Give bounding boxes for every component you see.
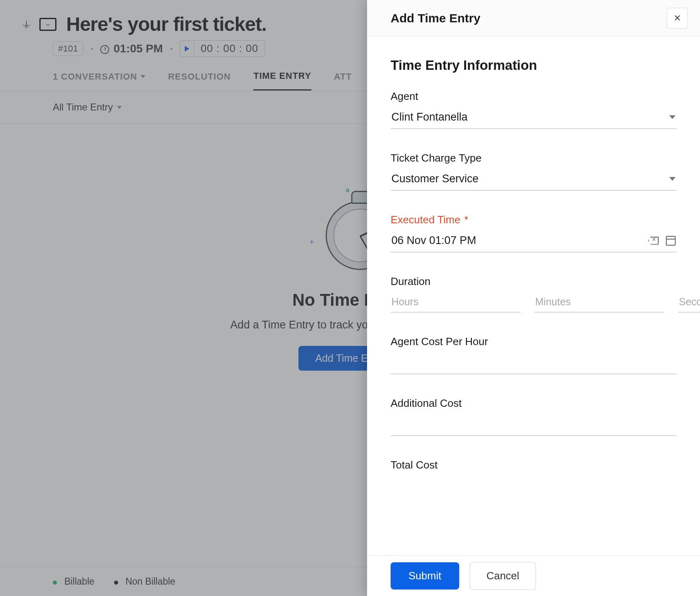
agent-value: Clint Fontanella: [391, 111, 468, 123]
submit-button[interactable]: Submit: [391, 562, 459, 590]
executed-time-value: 06 Nov 01:07 PM: [391, 234, 476, 247]
charge-type-select[interactable]: Customer Service: [391, 170, 676, 191]
calendar-icon[interactable]: [666, 236, 676, 246]
additional-cost-input[interactable]: [391, 415, 676, 436]
executed-time-input[interactable]: 06 Nov 01:07 PM: [391, 232, 676, 253]
section-title: Time Entry Information: [391, 58, 676, 73]
chevron-down-icon: [669, 115, 676, 119]
duration-minutes-input[interactable]: [534, 294, 664, 313]
required-star: *: [464, 214, 468, 226]
duration-label: Duration: [391, 275, 676, 288]
panel-title: Add Time Entry: [391, 11, 480, 25]
charge-type-value: Customer Service: [391, 173, 479, 185]
duration-seconds-input[interactable]: [678, 294, 700, 313]
charge-type-label: Ticket Charge Type: [391, 152, 676, 164]
clear-input-icon[interactable]: [648, 237, 659, 245]
agent-cost-label: Agent Cost Per Hour: [391, 335, 676, 348]
close-button[interactable]: ✕: [667, 8, 688, 29]
cancel-button[interactable]: Cancel: [470, 562, 536, 590]
executed-time-label: Executed Time *: [391, 214, 676, 226]
add-time-entry-panel: Add Time Entry ✕ Time Entry Information …: [367, 0, 700, 596]
duration-hours-input[interactable]: [391, 294, 521, 313]
agent-label: Agent: [391, 90, 676, 103]
additional-cost-label: Additional Cost: [391, 397, 676, 410]
total-cost-label: Total Cost: [391, 459, 676, 471]
agent-cost-input[interactable]: [391, 354, 676, 374]
executed-time-label-text: Executed Time: [391, 214, 460, 226]
chevron-down-icon: [669, 177, 676, 181]
agent-select[interactable]: Clint Fontanella: [391, 108, 676, 129]
close-icon: ✕: [674, 13, 681, 24]
